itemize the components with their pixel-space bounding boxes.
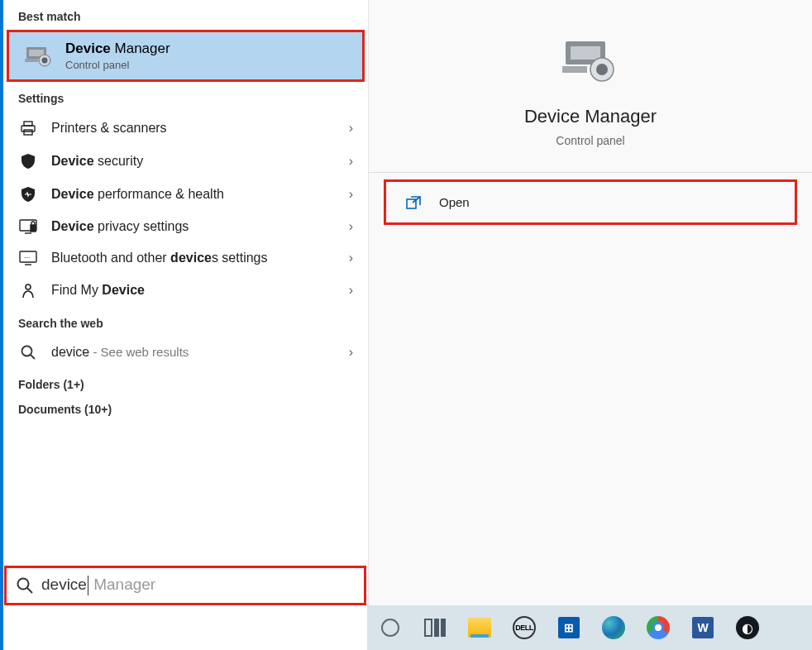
settings-item-label: Device security [51, 154, 349, 169]
settings-item-label: Device privacy settings [51, 219, 349, 234]
svg-rect-20 [571, 46, 600, 60]
chrome-icon[interactable] [643, 613, 673, 643]
device-manager-icon [24, 41, 54, 71]
search-input-box[interactable]: device Manager [4, 566, 366, 605]
svg-line-18 [27, 588, 32, 593]
settings-item-label: Bluetooth and other devices settings [51, 251, 349, 265]
settings-item-5[interactable]: Find My Device› [3, 274, 368, 307]
settings-item-4[interactable]: ···Bluetooth and other devices settings› [3, 242, 368, 274]
edge-icon[interactable] [599, 613, 628, 643]
svg-line-16 [31, 355, 35, 359]
svg-rect-7 [24, 130, 32, 135]
web-result-label: device - See web results [51, 345, 349, 360]
settings-item-label: Find My Device [51, 283, 349, 298]
section-search-web: Search the web [3, 307, 368, 337]
device-manager-large-icon [561, 36, 620, 86]
search-text: device Manager [41, 576, 155, 595]
best-match-subtitle: Control panel [65, 59, 170, 71]
chevron-right-icon: › [349, 283, 353, 298]
file-explorer-icon[interactable] [465, 613, 494, 643]
word-icon[interactable]: W [688, 613, 718, 643]
heart-icon [18, 186, 38, 203]
settings-item-2[interactable]: Device performance & health› [3, 178, 368, 211]
app-tile-icon[interactable]: ⊞ [554, 613, 584, 643]
section-settings: Settings [3, 82, 368, 112]
chevron-right-icon: › [349, 251, 353, 265]
svg-rect-4 [25, 59, 38, 62]
svg-rect-10 [31, 225, 36, 232]
best-match-title: Device Manager [65, 41, 170, 57]
section-best-match: Best match [3, 0, 368, 30]
section-folders[interactable]: Folders (1+) [3, 368, 368, 398]
open-label: Open [439, 195, 470, 209]
bluetooth-icon: ··· [18, 251, 38, 265]
chevron-right-icon: › [349, 121, 353, 136]
settings-item-3[interactable]: Device privacy settings› [3, 211, 368, 242]
printer-icon [18, 120, 38, 136]
search-icon [17, 577, 33, 594]
divider [369, 172, 812, 173]
svg-rect-23 [562, 66, 587, 73]
open-action[interactable]: Open [384, 179, 797, 225]
svg-point-17 [18, 579, 29, 590]
svg-text:···: ··· [24, 253, 31, 261]
settings-item-label: Device performance & health [51, 187, 349, 202]
svg-point-22 [596, 64, 608, 75]
settings-item-label: Printers & scanners [51, 121, 349, 136]
search-icon [18, 345, 38, 360]
preview-title: Device Manager [369, 106, 812, 127]
shield-icon [18, 153, 38, 170]
svg-point-15 [22, 347, 32, 356]
open-icon [406, 196, 423, 209]
chevron-right-icon: › [349, 219, 353, 234]
chevron-right-icon: › [349, 154, 353, 169]
task-view-icon[interactable] [420, 613, 450, 643]
svg-point-14 [26, 284, 31, 289]
svg-rect-5 [24, 122, 32, 126]
steam-icon[interactable]: ◐ [733, 613, 762, 643]
privacy-icon [18, 219, 38, 234]
web-result-device[interactable]: device - See web results › [3, 337, 368, 368]
section-documents[interactable]: Documents (10+) [3, 398, 368, 423]
find-icon [18, 282, 38, 299]
chevron-right-icon: › [349, 345, 353, 360]
best-match-device-manager[interactable]: Device Manager Control panel [7, 30, 365, 82]
settings-item-0[interactable]: Printers & scanners› [3, 112, 368, 145]
dell-icon[interactable]: DELL [509, 613, 539, 643]
svg-point-3 [42, 57, 48, 63]
cortana-icon[interactable] [375, 613, 405, 643]
chevron-right-icon: › [349, 187, 353, 202]
search-results-panel: Best match Device Manager Control panel … [0, 0, 368, 650]
taskbar: DELL ⊞ W ◐ [367, 605, 812, 650]
preview-subtitle: Control panel [369, 134, 812, 147]
preview-panel: Device Manager Control panel Open [368, 0, 812, 605]
settings-item-1[interactable]: Device security› [3, 145, 368, 178]
